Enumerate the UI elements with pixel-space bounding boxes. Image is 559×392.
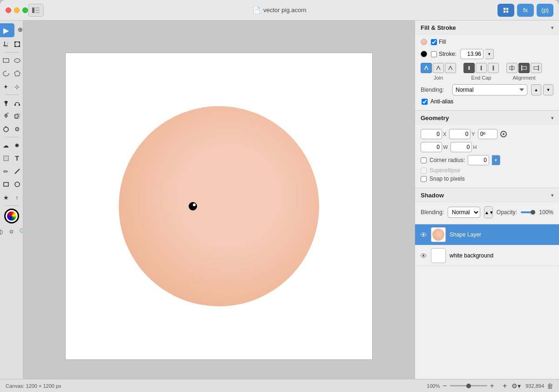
angle-dial[interactable] <box>500 131 507 137</box>
p-button[interactable]: (p) <box>537 4 553 17</box>
fill-stroke-content: Fill Stroke: ▾ <box>415 35 559 110</box>
shadow-stepper: ▲ ▼ <box>484 206 493 218</box>
tool-row-9: ☁ ✸ <box>1 139 22 151</box>
fill-checkbox[interactable] <box>431 39 437 45</box>
svg-rect-12 <box>3 59 9 62</box>
close-button[interactable] <box>6 7 11 13</box>
sparkle-tool[interactable]: ✸ <box>12 139 22 151</box>
join-btn-1[interactable] <box>421 63 432 73</box>
vector-pen-tool[interactable]: ✏ <box>1 165 11 177</box>
sidebar-toggle-button[interactable] <box>28 4 44 17</box>
alignment-label: Alignment <box>513 75 536 81</box>
end-cap-btn-2[interactable] <box>476 63 487 73</box>
svg-rect-16 <box>14 104 16 106</box>
shape-circle[interactable] <box>119 106 319 306</box>
cloud-tool[interactable]: ☁ <box>1 139 11 151</box>
minimize-button[interactable] <box>14 7 20 13</box>
align-btn-2[interactable] <box>518 63 530 73</box>
stroke-color-swatch[interactable] <box>421 51 427 57</box>
crop-tool[interactable] <box>1 38 11 50</box>
maximize-button[interactable] <box>22 7 28 13</box>
join-btn-3[interactable] <box>445 63 456 73</box>
w-label: W <box>443 144 448 150</box>
blending-select[interactable]: Normal Multiply Screen <box>452 84 527 95</box>
geo-xyangle-row: X Y <box>421 129 553 139</box>
x-input[interactable] <box>421 129 442 139</box>
canvas-container: Canvas: 1200 × 1200 px 100% − + + ⚙▾ 932… <box>23 20 415 392</box>
snap-to-pixels-checkbox[interactable] <box>421 176 427 182</box>
fill-row: Fill <box>421 39 553 45</box>
stroke-input[interactable] <box>460 49 484 59</box>
blending-stepper-up[interactable]: ▲ <box>531 84 541 95</box>
shadow-header[interactable]: Shadow ▾ <box>415 188 559 203</box>
canvas-area[interactable] <box>23 20 415 392</box>
magic-eraser-tool[interactable]: ⊹ <box>12 81 22 93</box>
text-tool[interactable]: T <box>12 152 22 164</box>
layers-section: Shape Layer white background <box>415 224 559 379</box>
anti-alias-checkbox[interactable] <box>422 99 428 105</box>
end-cap-btn-1[interactable] <box>464 63 475 73</box>
shadow-stepper-up[interactable]: ▲ <box>484 207 489 218</box>
w-input[interactable] <box>421 142 442 152</box>
dodge-tool[interactable] <box>1 123 11 135</box>
geometry-section: Geometry ▾ X Y <box>415 111 559 188</box>
end-cap-group: End Cap <box>464 63 499 81</box>
fill-color-swatch[interactable] <box>421 39 427 45</box>
paint-bucket-tool[interactable] <box>1 110 11 122</box>
align-btn-1[interactable] <box>506 63 518 73</box>
shadow-stepper-down[interactable]: ▼ <box>489 207 493 218</box>
line-tool[interactable] <box>12 165 22 177</box>
magic-wand-tool[interactable]: ✦ <box>1 81 11 93</box>
sample-tool[interactable]: ⊙ <box>7 225 17 237</box>
corner-radius-dropdown[interactable]: ▾ <box>492 155 500 165</box>
shadow-blending-select[interactable]: Normal <box>448 207 480 218</box>
tool-row-2 <box>1 38 22 50</box>
layer-item-background[interactable]: white background <box>415 245 559 266</box>
smudge-tool[interactable]: ⚙ <box>12 123 22 135</box>
color-swatch-tool[interactable]: ◐ <box>0 225 6 237</box>
fill-checkbox-label[interactable]: Fill <box>431 39 446 45</box>
zoom-level-tool[interactable]: 🔍 <box>18 225 24 237</box>
shadow-opacity-slider[interactable] <box>521 211 535 213</box>
rect-shape-tool[interactable] <box>1 152 11 164</box>
end-cap-btn-3[interactable] <box>488 63 499 73</box>
pen-tool[interactable] <box>1 97 11 109</box>
fx-button[interactable]: fx <box>517 4 534 17</box>
angle-input[interactable] <box>478 129 498 139</box>
corner-radius-checkbox[interactable] <box>421 157 427 163</box>
arrow-shape-tool[interactable]: ↑ <box>12 191 22 203</box>
stroke-checkbox[interactable] <box>431 51 437 57</box>
zoom-tool[interactable]: ⊕ <box>15 23 24 35</box>
ellipse-tool[interactable] <box>12 178 22 190</box>
fill-stroke-header[interactable]: Fill & Stroke ▾ <box>415 20 559 35</box>
geometry-title: Geometry <box>421 115 449 122</box>
transform-tool[interactable] <box>12 38 22 50</box>
geometry-header[interactable]: Geometry ▾ <box>415 111 559 125</box>
color-picker-btn[interactable] <box>4 209 19 223</box>
tool-row-7 <box>1 110 22 122</box>
layer-eye-bg[interactable] <box>420 252 427 259</box>
layer-item-shape[interactable]: Shape Layer <box>415 224 559 245</box>
bezier-tool[interactable] <box>12 97 22 109</box>
clone-tool[interactable] <box>12 110 22 122</box>
marquee-rect-tool[interactable] <box>1 54 11 67</box>
corner-radius-input[interactable] <box>468 155 489 165</box>
join-btn-2[interactable] <box>433 63 444 73</box>
h-input[interactable] <box>450 142 472 152</box>
rectangle-tool[interactable] <box>1 178 11 190</box>
svg-rect-30 <box>522 67 526 69</box>
arrow-tool[interactable]: ▶ <box>0 23 14 37</box>
align-btn-3[interactable] <box>531 63 542 73</box>
stroke-dropdown-button[interactable]: ▾ <box>485 49 494 59</box>
layer-eye-shape[interactable] <box>420 231 427 238</box>
lasso-tool[interactable] <box>1 68 11 80</box>
svg-point-15 <box>5 105 7 106</box>
tools-panel-button[interactable] <box>498 4 514 17</box>
blending-stepper-down[interactable]: ▼ <box>543 84 553 95</box>
marquee-ellipse-tool[interactable] <box>12 54 22 67</box>
y-input[interactable] <box>449 129 470 139</box>
superellipse-checkbox[interactable] <box>421 168 427 174</box>
stroke-checkbox-label[interactable]: Stroke: <box>431 51 457 57</box>
star-tool[interactable]: ★ <box>1 191 11 203</box>
polygon-lasso-tool[interactable] <box>12 68 22 80</box>
